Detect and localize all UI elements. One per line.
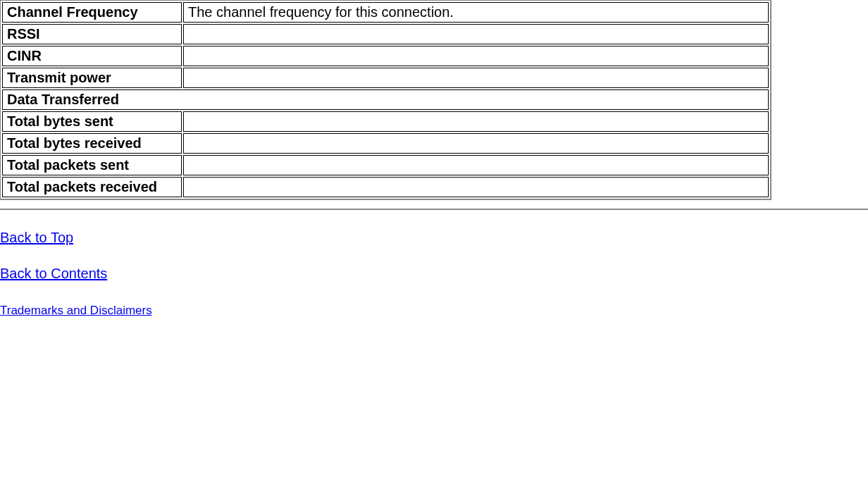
back-to-top-block: Back to Top	[0, 230, 868, 246]
row-label: Total packets sent	[2, 155, 182, 175]
back-to-top-link[interactable]: Back to Top	[0, 230, 73, 245]
row-label: CINR	[2, 46, 182, 66]
row-value: The channel frequency for this connectio…	[183, 2, 769, 23]
properties-table-container: Channel Frequency The channel frequency …	[0, 0, 771, 200]
back-to-contents-link[interactable]: Back to Contents	[0, 266, 107, 281]
row-label: Total packets received	[2, 177, 182, 197]
table-row: Transmit power	[2, 68, 769, 88]
row-value	[183, 177, 769, 197]
row-label: RSSI	[2, 24, 182, 44]
table-row: Total packets sent	[2, 155, 769, 175]
row-label: Channel Frequency	[2, 2, 182, 23]
table-row: CINR	[2, 46, 769, 66]
table-section-header-row: Data Transferred	[2, 89, 769, 110]
table-row: RSSI	[2, 24, 769, 44]
row-label: Transmit power	[2, 68, 182, 88]
row-value	[183, 68, 769, 88]
table-row: Total bytes sent	[2, 111, 769, 132]
row-value	[183, 111, 769, 132]
table-row: Total packets received	[2, 177, 769, 197]
divider	[0, 209, 868, 210]
row-value	[183, 155, 769, 175]
row-value	[183, 46, 769, 66]
section-header: Data Transferred	[2, 89, 769, 110]
table-row: Total bytes received	[2, 133, 769, 154]
properties-table: Channel Frequency The channel frequency …	[1, 1, 770, 199]
row-label: Total bytes received	[2, 133, 182, 154]
row-label: Total bytes sent	[2, 111, 182, 132]
row-value	[183, 133, 769, 154]
trademarks-link[interactable]: Trademarks and Disclaimers	[0, 304, 152, 317]
back-to-contents-block: Back to Contents	[0, 266, 868, 282]
table-row: Channel Frequency The channel frequency …	[2, 2, 769, 23]
row-value	[183, 24, 769, 44]
trademarks-block: Trademarks and Disclaimers	[0, 302, 868, 318]
